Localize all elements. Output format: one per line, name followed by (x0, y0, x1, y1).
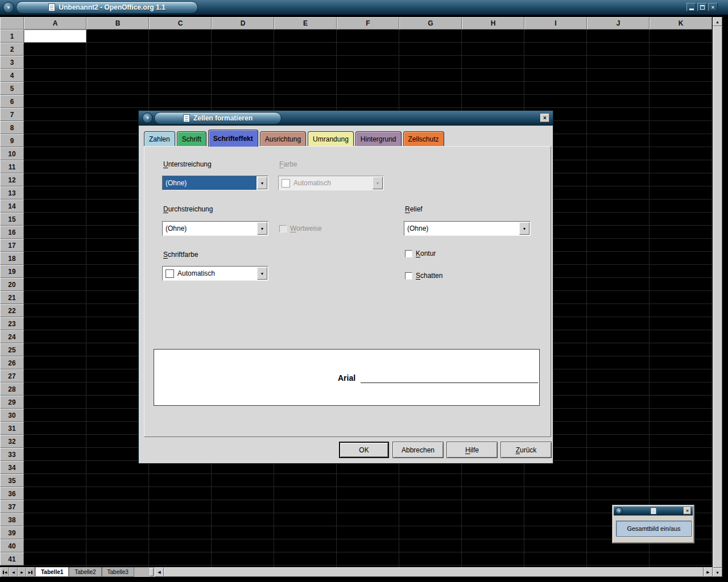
row-header[interactable]: 40 (0, 539, 24, 552)
row-header[interactable]: 11 (0, 160, 24, 173)
row-header[interactable]: 33 (0, 448, 24, 461)
shadow-checkbox-box[interactable] (405, 272, 412, 280)
row-header[interactable]: 37 (0, 500, 24, 513)
column-header[interactable]: G (399, 17, 462, 30)
row-header[interactable]: 21 (0, 291, 24, 304)
scroll-left-button[interactable]: ◀ (155, 567, 164, 577)
close-button[interactable]: × (708, 3, 718, 11)
column-header[interactable]: B (86, 17, 149, 30)
sheet-tab[interactable]: Tabelle2 (69, 567, 101, 577)
row-header[interactable]: 17 (0, 239, 24, 252)
underline-select[interactable]: (Ohne) ▼ (162, 176, 268, 190)
sheet-tab-splitter[interactable] (150, 568, 154, 576)
column-header[interactable]: E (274, 17, 337, 30)
dialog-menu-button[interactable]: ▼ (142, 113, 153, 123)
horizontal-scrollbar-thumb[interactable] (164, 567, 704, 577)
back-button[interactable]: Zurück (500, 442, 552, 458)
shadow-checkbox[interactable]: Schatten (405, 272, 442, 280)
tab-Schrift[interactable]: Schrift (177, 131, 206, 146)
row-header[interactable]: 38 (0, 513, 24, 526)
dialog-close-button[interactable]: × (540, 114, 549, 122)
row-header[interactable]: 3 (0, 56, 24, 69)
row-header[interactable]: 14 (0, 199, 24, 213)
last-sheet-button[interactable]: ▶ (26, 567, 35, 577)
column-header[interactable]: K (650, 17, 712, 30)
scroll-down-button[interactable]: ▼ (713, 568, 722, 577)
row-header[interactable]: 20 (0, 278, 24, 291)
row-header[interactable]: 2 (0, 43, 24, 56)
tab-Zahlen[interactable]: Zahlen (144, 131, 175, 146)
row-header[interactable]: 31 (0, 422, 24, 435)
tab-Zellschutz[interactable]: Zellschutz (403, 131, 444, 146)
row-header[interactable]: 35 (0, 474, 24, 487)
ok-button[interactable]: OK (339, 442, 389, 458)
row-header[interactable]: 15 (0, 213, 24, 226)
row-header[interactable]: 8 (0, 121, 24, 134)
row-header[interactable]: 1 (0, 30, 24, 43)
row-header[interactable]: 26 (0, 356, 24, 369)
row-header[interactable]: 25 (0, 343, 24, 356)
previous-sheet-button[interactable]: ◀ (9, 567, 18, 577)
column-header[interactable]: I (524, 17, 587, 30)
column-header[interactable]: F (337, 17, 399, 30)
font-color-select[interactable]: Automatisch ▼ (162, 266, 268, 281)
row-header[interactable]: 22 (0, 304, 24, 317)
tab-Ausrichtung[interactable]: Ausrichtung (260, 131, 306, 146)
column-header[interactable]: C (149, 17, 212, 30)
sheet-tab[interactable]: Tabelle3 (102, 567, 134, 577)
mini-window-close-button[interactable]: × (684, 507, 691, 514)
cancel-button[interactable]: Abbrechen (392, 442, 444, 458)
scroll-right-button[interactable]: ▶ (704, 567, 713, 577)
dialog-title-pill[interactable]: Zellen formatieren (154, 112, 282, 124)
row-header[interactable]: 27 (0, 369, 24, 383)
select-all-corner[interactable] (0, 17, 24, 30)
tab-Schrifteffekt[interactable]: Schrifteffekt (208, 130, 258, 147)
row-header[interactable]: 28 (0, 383, 24, 396)
relief-select[interactable]: (Ohne) ▼ (404, 221, 531, 236)
outline-checkbox-box[interactable] (405, 250, 412, 257)
strikethrough-dropdown-button[interactable]: ▼ (257, 222, 267, 235)
row-header[interactable]: 19 (0, 265, 24, 278)
tab-Hintergrund[interactable]: Hintergrund (355, 131, 402, 146)
row-header[interactable]: 24 (0, 330, 24, 343)
first-sheet-button[interactable]: ◀ (1, 567, 9, 577)
font-color-dropdown-button[interactable]: ▼ (257, 267, 267, 280)
window-menu-button[interactable]: ▼ (3, 2, 14, 13)
row-header[interactable]: 9 (0, 134, 24, 147)
selected-cell[interactable] (24, 30, 86, 43)
row-header[interactable]: 4 (0, 69, 24, 82)
column-header[interactable]: D (212, 17, 274, 30)
column-header[interactable]: H (462, 17, 524, 30)
relief-dropdown-button[interactable]: ▼ (519, 222, 530, 235)
row-header[interactable]: 34 (0, 461, 24, 474)
row-header[interactable]: 18 (0, 252, 24, 265)
preview-toggle-button[interactable]: Gesamtbild ein/aus (616, 521, 692, 537)
row-header[interactable]: 16 (0, 226, 24, 239)
row-header[interactable]: 13 (0, 186, 24, 199)
row-header[interactable]: 12 (0, 173, 24, 186)
horizontal-scrollbar[interactable]: ◀ ▶ (155, 567, 713, 577)
row-header[interactable]: 39 (0, 526, 24, 539)
vertical-scrollbar[interactable]: ▲ ▼ (713, 17, 722, 577)
row-header[interactable]: 7 (0, 108, 24, 121)
strikethrough-select[interactable]: (Ohne) ▼ (162, 221, 268, 236)
sheet-tab[interactable]: Tabelle1 (35, 567, 69, 577)
help-button[interactable]: Hilfe (446, 442, 498, 458)
row-header[interactable]: 30 (0, 409, 24, 422)
row-header[interactable]: 29 (0, 396, 24, 409)
row-header[interactable]: 5 (0, 82, 24, 95)
column-header[interactable]: J (587, 17, 650, 30)
minimize-button[interactable] (686, 3, 696, 11)
next-sheet-button[interactable]: ▶ (18, 567, 26, 577)
row-header[interactable]: 10 (0, 147, 24, 160)
row-header[interactable]: 41 (0, 552, 24, 566)
row-header[interactable]: 32 (0, 435, 24, 448)
column-header[interactable]: A (24, 17, 86, 30)
mini-window-menu-button[interactable]: ▼ (615, 507, 623, 514)
outline-checkbox[interactable]: Kontur (405, 250, 436, 257)
tab-Umrandung[interactable]: Umrandung (308, 131, 354, 146)
vertical-scrollbar-thumb[interactable] (713, 26, 722, 568)
scroll-up-button[interactable]: ▲ (713, 17, 722, 26)
row-header[interactable]: 23 (0, 317, 24, 330)
underline-dropdown-button[interactable]: ▼ (257, 177, 267, 189)
